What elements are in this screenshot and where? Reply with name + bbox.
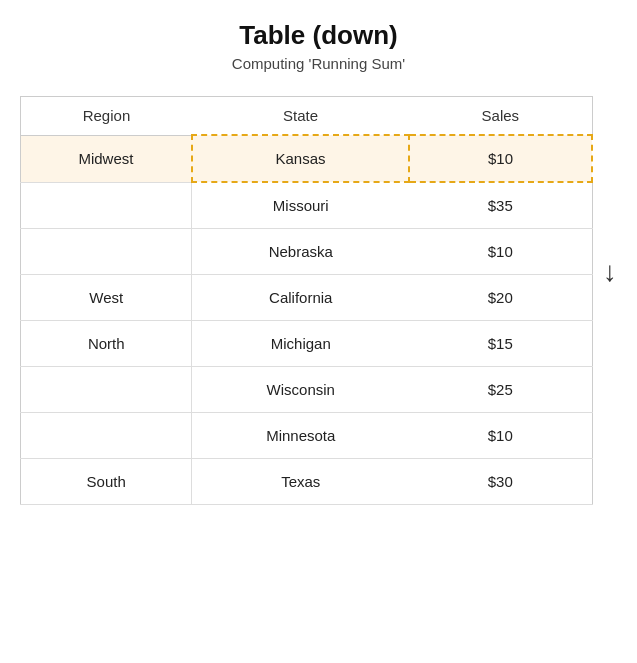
page-subtitle: Computing 'Running Sum': [20, 55, 617, 72]
cell-sales: $30: [409, 459, 592, 505]
cell-region: West: [21, 275, 192, 321]
cell-state: Michigan: [192, 321, 409, 367]
cell-region: [21, 413, 192, 459]
cell-region: [21, 182, 192, 229]
cell-sales: $35: [409, 182, 592, 229]
col-header-region: Region: [21, 97, 192, 136]
cell-region: Midwest: [21, 135, 192, 182]
cell-sales: $25: [409, 367, 592, 413]
cell-sales: $20: [409, 275, 592, 321]
cell-state: Kansas: [192, 135, 409, 182]
cell-region: [21, 367, 192, 413]
col-header-state: State: [192, 97, 409, 136]
cell-state: Texas: [192, 459, 409, 505]
cell-region: South: [21, 459, 192, 505]
cell-region: [21, 229, 192, 275]
cell-sales: $10: [409, 229, 592, 275]
cell-sales: $10: [409, 413, 592, 459]
cell-sales: $15: [409, 321, 592, 367]
page-title: Table (down): [20, 20, 617, 51]
cell-state: California: [192, 275, 409, 321]
table-wrapper: Region State Sales MidwestKansas$10Misso…: [20, 96, 617, 505]
cell-region: North: [21, 321, 192, 367]
cell-state: Missouri: [192, 182, 409, 229]
col-header-sales: Sales: [409, 97, 592, 136]
cell-state: Nebraska: [192, 229, 409, 275]
down-arrow-icon: ↓: [603, 256, 617, 288]
cell-sales: $10: [409, 135, 592, 182]
cell-state: Minnesota: [192, 413, 409, 459]
cell-state: Wisconsin: [192, 367, 409, 413]
data-table: Region State Sales MidwestKansas$10Misso…: [20, 96, 593, 505]
main-container: Table (down) Computing 'Running Sum' Reg…: [20, 20, 617, 505]
